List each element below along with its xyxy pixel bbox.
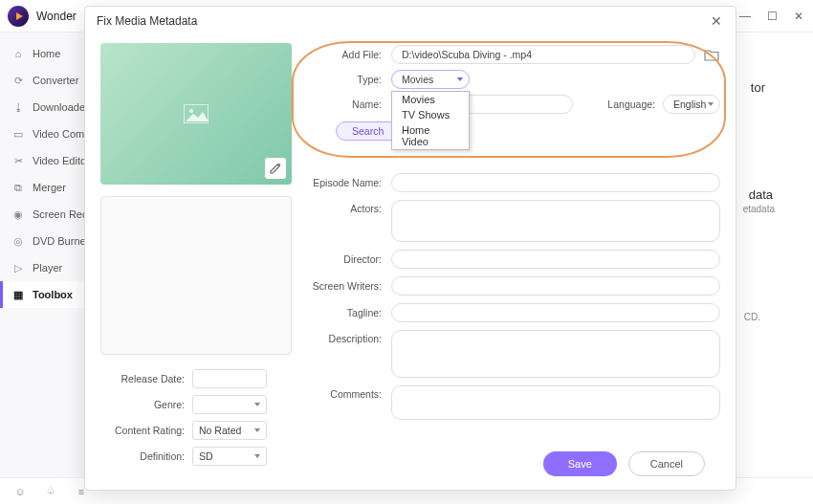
toolbox-icon: ▦ [11, 288, 25, 301]
play-icon: ▷ [11, 261, 25, 274]
description-textarea[interactable] [391, 330, 720, 378]
type-option-tvshows[interactable]: TV Shows [392, 107, 469, 122]
chevron-down-icon [457, 77, 463, 81]
screen-writers-input[interactable] [391, 276, 720, 296]
browse-folder-button[interactable] [703, 46, 720, 63]
sidebar: ⌂Home ⟳Converter ⭳Downloader ▭Video Comp… [0, 33, 96, 477]
chevron-down-icon [254, 454, 260, 458]
comments-textarea[interactable] [391, 385, 720, 420]
chevron-down-icon [708, 102, 714, 106]
window-controls: — ☐ ✕ [738, 10, 805, 23]
close-button[interactable]: ✕ [792, 10, 805, 23]
account-icon[interactable]: ☺ [13, 485, 27, 498]
download-icon: ⭳ [11, 100, 25, 114]
episode-name-input[interactable] [391, 173, 720, 192]
director-input[interactable] [391, 250, 720, 269]
definition-label: Definition: [100, 450, 192, 462]
edit-thumbnail-button[interactable] [265, 158, 286, 179]
chevron-down-icon [254, 403, 260, 406]
director-label: Director: [307, 253, 391, 265]
app-name: Wonder [36, 10, 77, 23]
notification-icon[interactable]: ♤ [44, 485, 57, 498]
modal-left-column: Release Date: Genre: Content Rating: No … [100, 43, 292, 478]
video-thumbnail [100, 43, 292, 185]
sidebar-item-merger[interactable]: ⧉Merger [0, 174, 96, 201]
sidebar-item-player[interactable]: ▷Player [0, 254, 96, 281]
type-option-homevideo[interactable]: Home Video [392, 122, 469, 149]
album-art-box[interactable] [100, 196, 292, 355]
compress-icon: ▭ [11, 127, 25, 141]
language-label: Language: [607, 99, 655, 110]
modal-right-column: Add File: Type: Movies Movies TV Shows H… [307, 43, 720, 478]
save-button[interactable]: Save [543, 451, 617, 476]
description-label: Description: [307, 330, 391, 344]
app-logo [8, 6, 29, 27]
right-form: Episode Name: Actors: Director: Screen W… [307, 169, 720, 420]
definition-select[interactable]: SD [192, 447, 267, 466]
sidebar-item-video-editor[interactable]: ✂Video Editor [0, 147, 96, 174]
release-date-label: Release Date: [100, 373, 192, 384]
modal-header: Fix Media Metadata ✕ [85, 7, 736, 35]
sidebar-item-home[interactable]: ⌂Home [0, 40, 96, 67]
name-label: Name: [307, 99, 391, 110]
genre-select[interactable] [192, 395, 267, 414]
svg-point-1 [189, 109, 193, 113]
left-form: Release Date: Genre: Content Rating: No … [100, 362, 292, 466]
cancel-button[interactable]: Cancel [628, 451, 705, 476]
bg-text: tor [751, 80, 765, 95]
type-option-movies[interactable]: Movies [392, 92, 469, 107]
content-rating-label: Content Rating: [100, 425, 192, 436]
metadata-modal: Fix Media Metadata ✕ Release Date: Genre… [84, 6, 736, 491]
bg-text: etadata [743, 204, 775, 214]
language-select[interactable]: English [663, 95, 720, 114]
convert-icon: ⟳ [11, 74, 25, 87]
sidebar-item-downloader[interactable]: ⭳Downloader [0, 94, 96, 121]
bg-text: CD. [744, 312, 760, 322]
comments-label: Comments: [307, 385, 391, 400]
type-dropdown: Movies TV Shows Home Video [391, 91, 470, 150]
modal-close-button[interactable]: ✕ [709, 13, 724, 29]
add-file-input[interactable] [391, 45, 695, 64]
sidebar-item-toolbox[interactable]: ▦Toolbox [0, 281, 96, 308]
tagline-label: Tagline: [307, 307, 391, 318]
pencil-icon [270, 163, 281, 174]
modal-title: Fix Media Metadata [97, 14, 197, 28]
episode-name-label: Episode Name: [307, 177, 391, 188]
scissors-icon: ✂ [11, 154, 25, 167]
content-rating-select[interactable]: No Rated [192, 421, 267, 440]
minimize-button[interactable]: — [738, 10, 752, 23]
release-date-input[interactable] [192, 369, 267, 388]
maximize-button[interactable]: ☐ [765, 10, 779, 23]
modal-footer: Save Cancel [307, 448, 720, 478]
add-file-label: Add File: [307, 49, 391, 60]
actors-label: Actors: [307, 200, 391, 214]
genre-label: Genre: [100, 399, 192, 410]
chevron-down-icon [254, 428, 260, 432]
home-icon: ⌂ [11, 47, 25, 60]
type-select[interactable]: Movies [391, 70, 470, 89]
image-placeholder-icon [184, 104, 209, 123]
dvd-icon: ◎ [11, 234, 25, 248]
screen-writers-label: Screen Writers: [307, 280, 391, 292]
sidebar-item-screen-recorder[interactable]: ◉Screen Recorder [0, 201, 96, 228]
record-icon: ◉ [11, 208, 25, 221]
folder-icon [704, 49, 719, 61]
sidebar-item-dvd-burner[interactable]: ◎DVD Burner [0, 228, 96, 254]
sidebar-item-converter[interactable]: ⟳Converter [0, 67, 96, 94]
bg-text: data [749, 187, 773, 202]
sidebar-item-video-compressor[interactable]: ▭Video Compressor [0, 121, 96, 147]
actors-textarea[interactable] [391, 200, 720, 242]
tagline-input[interactable] [391, 303, 720, 322]
type-label: Type: [307, 74, 391, 85]
merge-icon: ⧉ [11, 181, 25, 194]
